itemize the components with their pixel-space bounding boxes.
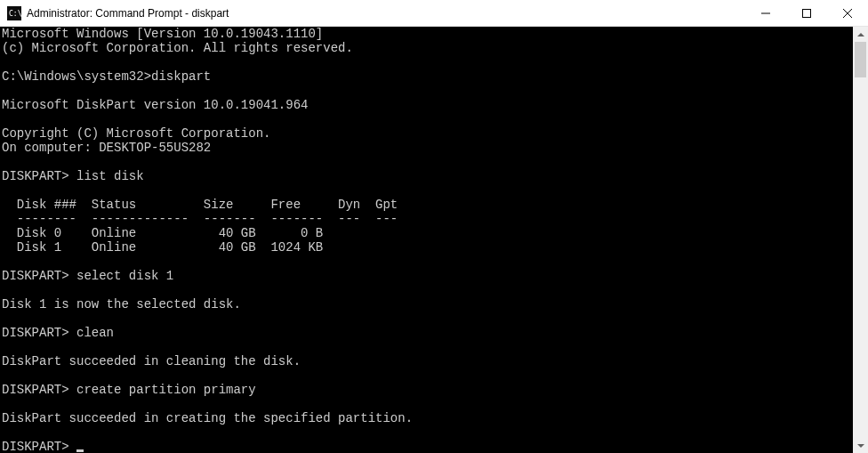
scroll-up-button[interactable] (853, 27, 868, 42)
titlebar: C:\ Administrator: Command Prompt - disk… (0, 0, 868, 27)
close-button[interactable] (827, 0, 868, 26)
cmd-icon: C:\ (7, 6, 21, 20)
window-title: Administrator: Command Prompt - diskpart (27, 7, 745, 20)
svg-marker-7 (857, 444, 864, 448)
svg-text:C:\: C:\ (9, 10, 21, 18)
terminal-output[interactable]: Microsoft Windows [Version 10.0.19043.11… (0, 27, 853, 453)
terminal-area: Microsoft Windows [Version 10.0.19043.11… (0, 27, 868, 453)
svg-marker-6 (857, 33, 864, 36)
minimize-button[interactable] (745, 0, 786, 26)
scroll-thumb[interactable] (855, 42, 866, 77)
text-cursor (76, 449, 84, 452)
maximize-button[interactable] (786, 0, 827, 26)
window-controls (745, 0, 868, 26)
svg-rect-3 (803, 9, 811, 17)
vertical-scrollbar[interactable] (853, 27, 868, 453)
scroll-down-button[interactable] (853, 438, 868, 453)
